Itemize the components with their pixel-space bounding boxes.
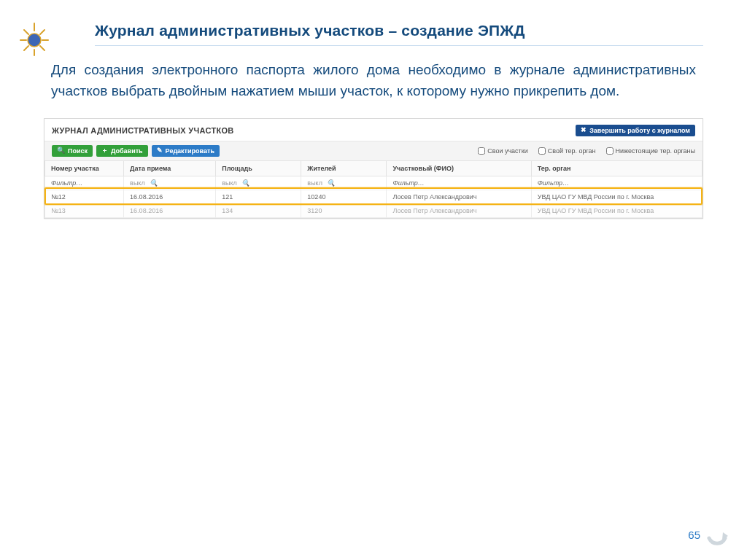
close-journal-button[interactable]: ✖ Завершить работу с журналом [576, 125, 695, 136]
search-icon: 🔍 [241, 179, 249, 187]
col-officer[interactable]: Участковый (ФИО) [387, 161, 531, 176]
cell-officer: Лосев Петр Александрович [387, 190, 531, 203]
table-row[interactable]: №12 16.08.2016 121 10240 Лосев Петр Алек… [45, 190, 703, 203]
filter-officer[interactable]: Фильтр… [387, 176, 531, 190]
cell-number: №12 [45, 190, 124, 203]
mvd-emblem-icon [16, 20, 53, 57]
cell-residents: 3120 [301, 203, 387, 217]
pencil-icon: ✎ [157, 147, 163, 154]
sections-table: Номер участка Дата приема Площадь Жителе… [44, 161, 703, 218]
cell-residents: 10240 [301, 190, 387, 203]
own-sections-label: Свои участки [487, 147, 528, 155]
filter-residents[interactable]: выкл 🔍 [301, 176, 387, 190]
app-window: ЖУРНАЛ АДМИНИСТРАТИВНЫХ УЧАСТКОВ ✖ Завер… [44, 118, 703, 219]
cell-officer: Лосев Петр Александрович [387, 203, 531, 217]
svg-point-0 [28, 34, 41, 47]
own-sections-checkbox[interactable]: Свои участки [478, 147, 528, 155]
close-icon: ✖ [581, 127, 587, 133]
filter-org[interactable]: Фильтр… [531, 176, 702, 190]
page-number: 65 [688, 529, 700, 541]
edit-button[interactable]: ✎ Редактировать [152, 145, 220, 157]
slide-intro-text: Для создания электронного паспорта жилог… [51, 59, 696, 102]
add-label: Добавить [111, 147, 143, 155]
own-org-checkbox[interactable]: Свой тер. орган [538, 147, 596, 155]
svg-line-6 [40, 46, 44, 50]
slide-title: Журнал административных участков – созда… [95, 22, 703, 39]
col-org[interactable]: Тер. орган [531, 161, 702, 176]
cell-org: УВД ЦАО ГУ МВД России по г. Москва [531, 203, 702, 217]
own-org-label: Свой тер. орган [548, 147, 596, 155]
col-number[interactable]: Номер участка [45, 161, 124, 176]
close-journal-label: Завершить работу с журналом [589, 127, 690, 134]
svg-line-8 [40, 30, 44, 34]
filter-area[interactable]: выкл 🔍 [216, 176, 301, 190]
corner-swoosh-icon [706, 525, 728, 547]
slide-title-block: Журнал административных участков – созда… [95, 22, 703, 46]
search-button[interactable]: 🔍 Поиск [52, 145, 93, 157]
edit-label: Редактировать [166, 147, 214, 155]
svg-line-7 [24, 46, 28, 50]
lower-orgs-label: Нижестоящие тер. органы [616, 147, 695, 155]
cell-date: 16.08.2016 [124, 190, 216, 203]
cell-date: 16.08.2016 [124, 203, 216, 217]
cell-area: 134 [216, 203, 301, 217]
cell-area: 121 [216, 190, 301, 203]
table-header-row: Номер участка Дата приема Площадь Жителе… [45, 161, 703, 176]
svg-line-5 [24, 30, 28, 34]
cell-number: №13 [45, 203, 124, 217]
filter-number[interactable]: Фильтр… [45, 176, 124, 190]
col-residents[interactable]: Жителей [301, 161, 387, 176]
col-area[interactable]: Площадь [216, 161, 301, 176]
plus-icon: ＋ [101, 147, 108, 154]
lower-orgs-checkbox[interactable]: Нижестоящие тер. органы [606, 147, 695, 155]
app-title: ЖУРНАЛ АДМИНИСТРАТИВНЫХ УЧАСТКОВ [52, 126, 234, 135]
table-row[interactable]: №13 16.08.2016 134 3120 Лосев Петр Алекс… [45, 203, 703, 217]
filter-date[interactable]: выкл 🔍 [124, 176, 216, 190]
search-icon: 🔍 [327, 179, 335, 187]
search-icon: 🔍 [150, 179, 158, 187]
cell-org: УВД ЦАО ГУ МВД России по г. Москва [531, 190, 702, 203]
col-date[interactable]: Дата приема [124, 161, 216, 176]
search-label: Поиск [68, 147, 88, 155]
search-icon: 🔍 [57, 147, 65, 154]
add-button[interactable]: ＋ Добавить [96, 145, 148, 157]
table-filter-row: Фильтр… выкл 🔍 выкл 🔍 выкл 🔍 Фильтр… Фил… [45, 176, 703, 190]
